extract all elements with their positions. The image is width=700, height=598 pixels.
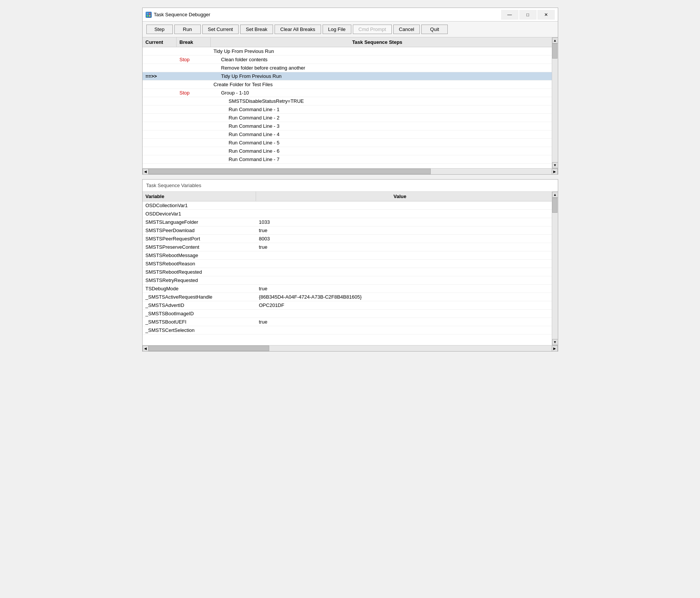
variable-name: SMSTSPeerDownload bbox=[143, 227, 256, 234]
current-cell bbox=[143, 109, 177, 110]
value-column-header: Value bbox=[256, 192, 544, 201]
steps-list-body[interactable]: Tidy Up From Previous Run Stop Clean fol… bbox=[143, 47, 552, 168]
variable-name: SMSTSRebootMessage bbox=[143, 252, 256, 259]
break-cell bbox=[177, 101, 211, 102]
variable-name: _SMSTSActiveRequestHandle bbox=[143, 293, 256, 301]
window-controls: — □ ✕ bbox=[501, 10, 555, 20]
variable-value bbox=[256, 255, 552, 256]
variable-name: TSDebugMode bbox=[143, 285, 256, 292]
svg-rect-3 bbox=[149, 15, 151, 17]
step-cell: Create Folder for Test Files bbox=[211, 81, 552, 88]
scroll-left-arrow[interactable]: ◀ bbox=[143, 169, 149, 175]
table-row: Tidy Up From Previous Run bbox=[143, 47, 552, 56]
list-item: SMSTSRetryRequested bbox=[143, 276, 552, 285]
variable-name: _SMSTSCertSelection bbox=[143, 327, 256, 334]
var-horiz-scroll-thumb[interactable] bbox=[149, 345, 270, 351]
scroll-right-arrow[interactable]: ▶ bbox=[552, 169, 558, 175]
quit-button[interactable]: Quit bbox=[421, 25, 448, 34]
variable-name: SMSTSPeerRequestPort bbox=[143, 235, 256, 242]
table-row: SMSTSDisableStatusRetry=TRUE bbox=[143, 97, 552, 105]
variables-list-body[interactable]: OSDCollectionVar1 OSDDeviceVar1 SMSTSLan… bbox=[143, 201, 552, 345]
step-cell: Run Command Line - 1 bbox=[211, 106, 552, 113]
table-row: Run Command Line - 2 bbox=[143, 114, 552, 122]
break-cell: Stop bbox=[177, 56, 211, 63]
break-cell bbox=[177, 159, 211, 160]
current-cell bbox=[143, 125, 177, 127]
horiz-scroll-thumb[interactable] bbox=[149, 169, 431, 174]
current-cell bbox=[143, 67, 177, 69]
log-file-button[interactable]: Log File bbox=[323, 25, 351, 34]
scroll-thumb[interactable] bbox=[552, 43, 557, 59]
variable-name: OSDCollectionVar1 bbox=[143, 202, 256, 209]
toolbar: Step Run Set Current Set Break Clear All… bbox=[143, 22, 558, 37]
set-break-button[interactable]: Set Break bbox=[240, 25, 273, 34]
list-item: SMSTSRebootRequested bbox=[143, 268, 552, 276]
var-scroll-up-arrow[interactable]: ▲ bbox=[552, 192, 558, 198]
table-row: Stop Group - 1-10 bbox=[143, 89, 552, 97]
current-cell bbox=[143, 84, 177, 85]
list-item: _SMSTSAdvertID OPC201DF bbox=[143, 301, 552, 310]
scroll-up-arrow[interactable]: ▲ bbox=[552, 37, 558, 43]
current-cell bbox=[143, 142, 177, 144]
break-cell bbox=[177, 84, 211, 85]
var-scroll-thumb[interactable] bbox=[552, 198, 557, 213]
variable-value bbox=[256, 213, 552, 215]
table-row: Run Command Line - 6 bbox=[143, 147, 552, 155]
table-row: Stop Clean folder contents bbox=[143, 56, 552, 64]
variable-value bbox=[256, 205, 552, 206]
run-button[interactable]: Run bbox=[174, 25, 201, 34]
var-scroll-right-arrow[interactable]: ▶ bbox=[552, 345, 558, 352]
steps-horizontal-scrollbar[interactable]: ◀ ▶ bbox=[143, 168, 558, 174]
clear-all-breaks-button[interactable]: Clear All Breaks bbox=[275, 25, 321, 34]
current-cell bbox=[143, 150, 177, 152]
variable-value: OPC201DF bbox=[256, 302, 552, 309]
list-item: OSDCollectionVar1 bbox=[143, 201, 552, 210]
list-item: SMSTSPeerRequestPort 8003 bbox=[143, 235, 552, 243]
variable-value bbox=[256, 313, 552, 314]
scroll-track[interactable] bbox=[552, 43, 558, 162]
break-cell bbox=[177, 117, 211, 119]
variable-name: _SMSTSBootImageID bbox=[143, 310, 256, 317]
list-item: SMSTSLanguageFolder 1033 bbox=[143, 218, 552, 226]
variables-horizontal-scrollbar[interactable]: ◀ ▶ bbox=[143, 345, 558, 351]
variables-panel-title: Task Sequence Variables bbox=[143, 180, 558, 192]
variable-value: true bbox=[256, 318, 552, 325]
table-row: Run Command Line - 4 bbox=[143, 130, 552, 139]
variable-value: 1033 bbox=[256, 218, 552, 226]
current-cell bbox=[143, 92, 177, 94]
horiz-scroll-track[interactable] bbox=[149, 169, 552, 174]
minimize-button[interactable]: — bbox=[501, 10, 518, 20]
variable-column-header: Variable bbox=[143, 192, 256, 201]
list-item: OSDDeviceVar1 bbox=[143, 210, 552, 218]
break-cell bbox=[177, 76, 211, 77]
break-cell bbox=[177, 125, 211, 127]
step-button[interactable]: Step bbox=[146, 25, 173, 34]
variables-vertical-scrollbar[interactable]: ▲ ▼ bbox=[552, 192, 558, 345]
variable-name: _SMSTSAdvertID bbox=[143, 302, 256, 309]
window-title: Task Sequence Debugger bbox=[154, 12, 211, 17]
var-scroll-track[interactable] bbox=[552, 198, 558, 339]
steps-vertical-scrollbar[interactable]: ▲ ▼ bbox=[552, 37, 558, 168]
variable-name: SMSTSRebootReason bbox=[143, 260, 256, 267]
svg-rect-2 bbox=[147, 15, 148, 17]
step-cell: Tidy Up From Previous Run bbox=[211, 48, 552, 55]
steps-panel: Current Break Task Sequence Steps Tidy U… bbox=[143, 37, 558, 174]
var-scroll-left-arrow[interactable]: ◀ bbox=[143, 345, 149, 352]
break-cell bbox=[177, 142, 211, 144]
list-item: _SMSTSBootUEFI true bbox=[143, 318, 552, 326]
list-item: SMSTSPeerDownload true bbox=[143, 226, 552, 235]
close-button[interactable]: ✕ bbox=[537, 10, 555, 20]
variable-name: SMSTSRebootRequested bbox=[143, 268, 256, 276]
title-bar: Task Sequence Debugger — □ ✕ bbox=[143, 8, 558, 22]
maximize-button[interactable]: □ bbox=[519, 10, 537, 20]
table-row: Create Folder for Test Files bbox=[143, 81, 552, 89]
current-cell bbox=[143, 51, 177, 52]
table-row: Remove folder before creating another bbox=[143, 64, 552, 72]
scroll-down-arrow[interactable]: ▼ bbox=[552, 162, 558, 168]
step-cell: Run Command Line - 2 bbox=[211, 114, 552, 121]
variable-value: true bbox=[256, 285, 552, 292]
var-horiz-scroll-track[interactable] bbox=[149, 345, 552, 351]
set-current-button[interactable]: Set Current bbox=[202, 25, 239, 34]
var-scroll-down-arrow[interactable]: ▼ bbox=[552, 339, 558, 345]
cancel-button[interactable]: Cancel bbox=[393, 25, 420, 34]
